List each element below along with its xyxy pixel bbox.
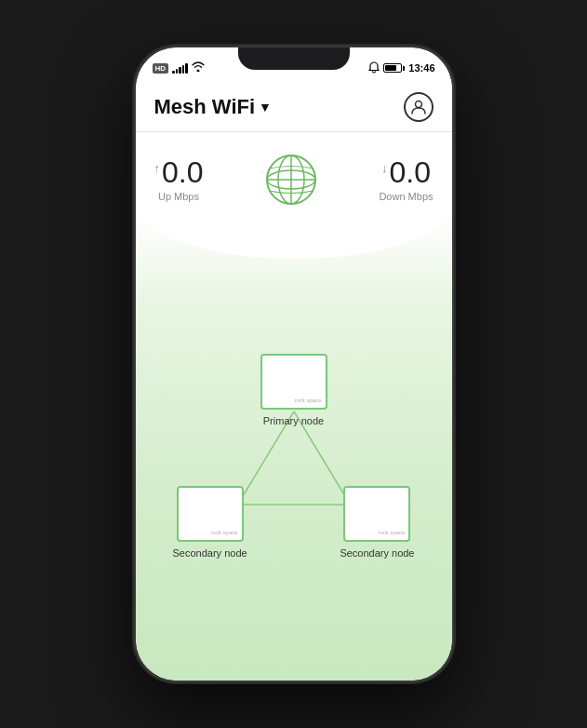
primary-node-brand: rock space bbox=[294, 398, 321, 404]
phone-frame: HD bbox=[136, 47, 452, 681]
upload-label: Up Mbps bbox=[158, 191, 199, 202]
secondary-node-left-box: rock space bbox=[177, 486, 244, 542]
bell-icon bbox=[368, 61, 380, 75]
secondary-right-label: Secondary node bbox=[340, 547, 414, 559]
battery-icon bbox=[383, 63, 405, 73]
download-arrow-icon: ↓ bbox=[381, 161, 388, 175]
time-display: 13:46 bbox=[408, 62, 434, 74]
download-speed: ↓ 0.0 Down Mbps bbox=[379, 157, 433, 202]
secondary-left-label: Secondary node bbox=[173, 547, 247, 559]
secondary-node-left[interactable]: rock space Secondary node bbox=[173, 486, 247, 559]
secondary-right-brand: rock space bbox=[378, 530, 405, 536]
upload-speed: ↑ 0.0 Up Mbps bbox=[154, 157, 204, 202]
phone-screen: HD bbox=[136, 47, 452, 681]
secondary-node-right[interactable]: rock space Secondary node bbox=[340, 486, 414, 559]
mesh-area: rock space Primary node rock space Secon… bbox=[136, 212, 452, 681]
signal-bars bbox=[172, 63, 188, 74]
secondary-node-right-box: rock space bbox=[343, 486, 410, 542]
download-value: 0.0 bbox=[389, 157, 430, 187]
upload-arrow-icon: ↑ bbox=[154, 161, 161, 175]
header-title-group[interactable]: Mesh WiFi ▼ bbox=[154, 95, 272, 119]
dropdown-arrow-icon: ▼ bbox=[259, 100, 272, 115]
profile-button[interactable] bbox=[404, 92, 434, 122]
globe-icon bbox=[259, 147, 324, 212]
primary-node[interactable]: rock space Primary node bbox=[260, 354, 327, 426]
hd-badge: HD bbox=[153, 63, 169, 74]
secondary-left-brand: rock space bbox=[211, 530, 238, 536]
status-left: HD bbox=[153, 61, 205, 74]
mesh-diagram: rock space Primary node rock space Secon… bbox=[173, 354, 415, 559]
app-header: Mesh WiFi ▼ bbox=[136, 81, 452, 132]
primary-node-box: rock space bbox=[260, 354, 327, 410]
notch bbox=[238, 47, 350, 70]
speed-section: ↑ 0.0 Up Mbps bbox=[136, 132, 452, 212]
app-title: Mesh WiFi bbox=[154, 95, 256, 119]
mesh-content: rock space Primary node rock space Secon… bbox=[136, 212, 452, 681]
svg-point-0 bbox=[415, 101, 421, 108]
wifi-icon bbox=[192, 61, 205, 74]
download-label: Down Mbps bbox=[379, 191, 433, 202]
profile-icon bbox=[410, 99, 427, 115]
app-content: Mesh WiFi ▼ ↑ 0.0 Up Mbps bbox=[136, 81, 452, 681]
upload-value: 0.0 bbox=[162, 157, 203, 187]
status-right: 13:46 bbox=[368, 61, 434, 75]
primary-node-label: Primary node bbox=[263, 415, 324, 426]
